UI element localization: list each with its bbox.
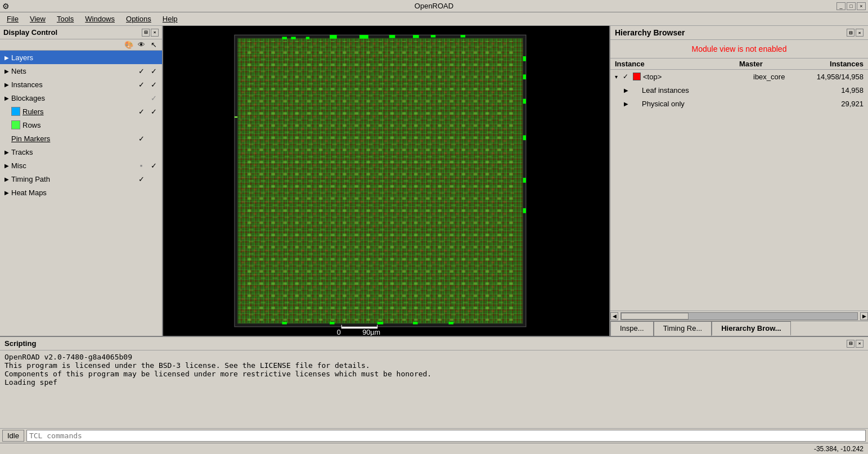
dc-label-heat-maps[interactable]: Heat Maps	[11, 188, 135, 197]
viewport[interactable]: 0 90µm	[163, 26, 609, 336]
dc-item-nets[interactable]: ▶ Nets ✓ ✓	[0, 64, 162, 78]
dc-select-instances[interactable]: ✓	[147, 80, 160, 89]
hp-master-top: ibex_core	[753, 73, 808, 81]
hp-item-top[interactable]: ▾ ✓ <top> ibex_core 14,958/14,958	[610, 70, 868, 83]
panel-close-button[interactable]: ×	[151, 29, 159, 37]
dc-label-misc[interactable]: Misc	[11, 161, 135, 170]
svg-text:90µm: 90µm	[362, 328, 380, 336]
dc-item-pin-markers[interactable]: Pin Markers ✓	[0, 132, 162, 145]
scroll-left-button[interactable]: ◀	[610, 312, 618, 320]
tab-inspect[interactable]: Inspe...	[610, 321, 654, 336]
dc-visible-timing-path[interactable]: ✓	[135, 175, 147, 183]
hierarchy-scrollbar[interactable]	[620, 312, 858, 320]
panel-float-button[interactable]: ⊟	[142, 29, 150, 37]
dc-select-misc[interactable]: ✓	[147, 161, 160, 170]
scripting-header-buttons: ⊟ ×	[847, 340, 863, 348]
scripting-input-row: Idle	[0, 428, 868, 443]
hierarchy-float-button[interactable]: ⊟	[847, 29, 854, 37]
menu-tools[interactable]: Tools	[52, 14, 78, 24]
maximize-button[interactable]: □	[847, 2, 856, 10]
minimize-button[interactable]: _	[836, 2, 845, 10]
dc-visible-nets[interactable]: ✓	[135, 67, 147, 75]
eye-icon: 👁	[135, 41, 147, 49]
hp-count-leaf: 14,958	[808, 86, 864, 95]
dc-item-heat-maps[interactable]: ▶ Heat Maps	[0, 186, 162, 199]
dc-label-rulers[interactable]: Rulers	[23, 107, 135, 116]
hp-col-instance-header: Instance	[615, 60, 739, 68]
palette-icon: 🎨	[123, 41, 135, 49]
dc-visible-instances[interactable]: ✓	[135, 80, 147, 89]
hierarchy-scrollbar-area: ◀ ▶	[610, 311, 868, 321]
hp-item-physical-only[interactable]: ▶ Physical only 29,921	[610, 97, 868, 110]
dc-column-headers: 🎨 👁 ↖	[0, 39, 162, 51]
svg-rect-42	[377, 322, 384, 324]
menu-options[interactable]: Options	[122, 14, 156, 24]
dc-expand-misc[interactable]: ▶	[2, 161, 11, 170]
hp-expand-top[interactable]: ▾	[615, 74, 623, 80]
hp-expand-physical[interactable]: ▶	[624, 101, 632, 107]
dc-label-blockages[interactable]: Blockages	[11, 94, 135, 102]
scripting-title: Scripting	[5, 339, 36, 348]
svg-rect-43	[413, 322, 417, 324]
scripting-close-button[interactable]: ×	[856, 340, 863, 348]
svg-rect-31	[413, 35, 419, 38]
menu-file[interactable]: File	[2, 14, 23, 24]
tab-timing[interactable]: Timing Re...	[654, 321, 712, 336]
menu-help[interactable]: Help	[158, 14, 182, 24]
dc-select-nets[interactable]: ✓	[147, 67, 160, 75]
dc-item-layers[interactable]: ▶ Layers	[0, 51, 162, 64]
scripting-panel: Scripting ⊟ × OpenROAD v2.0-7480-g8a4065…	[0, 336, 868, 443]
scrollbar-thumb[interactable]	[621, 313, 689, 320]
scripting-float-button[interactable]: ⊟	[847, 340, 854, 348]
titlebar: ⚙ OpenROAD _ □ ×	[0, 0, 868, 12]
hp-expand-leaf[interactable]: ▶	[624, 87, 632, 93]
dc-expand-instances[interactable]: ▶	[2, 80, 11, 89]
tab-hierarchy[interactable]: Hierarchy Brow...	[712, 321, 790, 336]
hp-color-top	[633, 73, 641, 80]
dc-item-tracks[interactable]: ▶ Tracks	[0, 145, 162, 159]
dc-expand-timing-path[interactable]: ▶	[2, 174, 11, 183]
dc-item-blockages[interactable]: ▶ Blockages ✓	[0, 91, 162, 105]
dc-item-timing-path[interactable]: ▶ Timing Path ✓	[0, 172, 162, 186]
close-button[interactable]: ×	[857, 2, 866, 10]
panel-bottom-tabs: Inspe... Timing Re... Hierarchy Brow...	[610, 321, 868, 336]
dc-color-rulers[interactable]	[11, 107, 20, 116]
menu-view[interactable]: View	[25, 14, 50, 24]
hierarchy-panel: Hierarchy Browser ⊟ × Module view is not…	[609, 26, 868, 336]
statusbar: -35.384, -10.242	[0, 443, 868, 454]
dc-label-rows[interactable]: Rows	[23, 121, 135, 129]
dc-item-rows[interactable]: Rows	[0, 118, 162, 132]
dc-label-nets[interactable]: Nets	[11, 67, 135, 75]
dc-label-instances[interactable]: Instances	[11, 80, 135, 89]
dc-select-rulers[interactable]: ✓	[147, 107, 160, 116]
dc-visible-pin-markers[interactable]: ✓	[135, 134, 147, 143]
dc-select-blockages[interactable]: ✓	[147, 94, 160, 102]
dc-expand-blockages[interactable]: ▶	[2, 93, 11, 102]
scroll-right-button[interactable]: ▶	[860, 312, 868, 320]
dc-expand-tracks[interactable]: ▶	[2, 147, 11, 156]
dc-visible-rulers[interactable]: ✓	[135, 107, 147, 116]
hierarchy-close-button[interactable]: ×	[856, 29, 863, 37]
dc-label-pin-markers[interactable]: Pin Markers	[11, 134, 135, 143]
dc-label-layers[interactable]: Layers	[11, 53, 135, 62]
menubar: File View Tools Windows Options Help	[0, 12, 868, 26]
dc-visible-misc[interactable]: ▪	[135, 161, 147, 170]
menu-windows[interactable]: Windows	[80, 14, 119, 24]
hp-item-leaf-instances[interactable]: ▶ Leaf instances 14,958	[610, 83, 868, 97]
titlebar-buttons: _ □ ×	[836, 2, 866, 10]
dc-label-timing-path[interactable]: Timing Path	[11, 175, 135, 183]
dc-expand-nets[interactable]: ▶	[2, 66, 11, 75]
tcl-input[interactable]	[26, 430, 866, 442]
dc-color-rows[interactable]	[11, 120, 20, 129]
hp-check-top[interactable]: ✓	[623, 73, 633, 80]
dc-expand-layers[interactable]: ▶	[2, 53, 11, 62]
hp-col-master-header: Master	[739, 60, 802, 68]
dc-item-misc[interactable]: ▶ Misc ▪ ✓	[0, 159, 162, 172]
hp-name-leaf-instances: Leaf instances	[642, 86, 753, 95]
svg-rect-27	[306, 37, 309, 39]
dc-item-instances[interactable]: ▶ Instances ✓ ✓	[0, 78, 162, 91]
dc-expand-heat-maps[interactable]: ▶	[2, 188, 11, 197]
dc-expand-rows	[2, 120, 11, 129]
dc-item-rulers[interactable]: Rulers ✓ ✓	[0, 105, 162, 118]
dc-label-tracks[interactable]: Tracks	[11, 148, 135, 156]
